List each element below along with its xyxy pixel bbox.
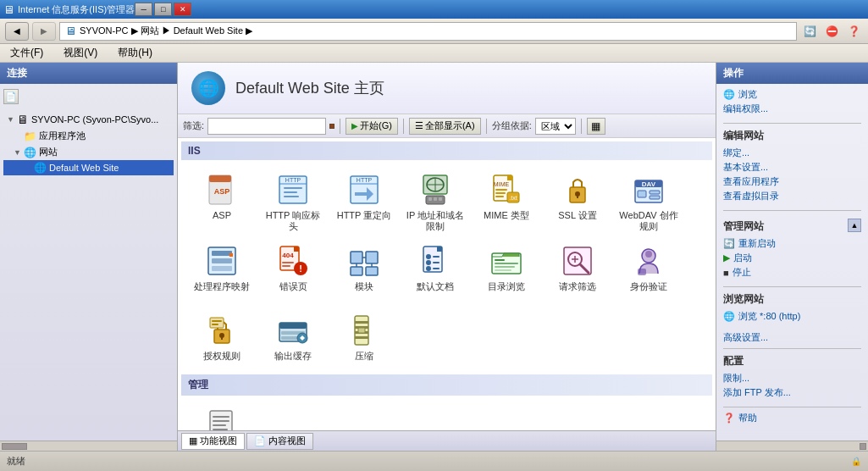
- view-toggle-button[interactable]: ▦: [587, 118, 605, 135]
- svg-rect-23: [495, 192, 506, 194]
- collapse-manage-button[interactable]: ▲: [848, 219, 861, 232]
- icon-directory-browsing[interactable]: 目录浏览: [473, 240, 540, 296]
- maximize-button[interactable]: □: [154, 3, 172, 16]
- sidebar-item-default-web-site[interactable]: 🌐 Default Web Site: [3, 160, 174, 175]
- icon-output-caching[interactable]: 输出缓存: [259, 309, 327, 366]
- start-link[interactable]: ▶ 启动: [723, 251, 861, 265]
- section-manage: 管理: [181, 374, 712, 396]
- icon-webdav[interactable]: DAV WebDAV 创作规则: [615, 169, 683, 236]
- browse-link[interactable]: 🌐 浏览: [723, 87, 861, 102]
- help-icon: ❓: [723, 413, 735, 424]
- icon-ssl[interactable]: SSL 设置: [544, 169, 611, 236]
- icon-http-redirect[interactable]: HTTP HTTP 重定向: [330, 169, 398, 236]
- icon-manage-doc[interactable]: [188, 404, 256, 430]
- edit-perms-link[interactable]: 编辑权限...: [723, 102, 861, 116]
- svg-rect-18: [434, 197, 437, 201]
- center-content: 🌐 Default Web Site 主页 筛选: ▶ 开始(G) ☰ 全部显示…: [178, 63, 716, 451]
- sidebar-item-apppool[interactable]: 📁 应用程序池: [3, 128, 174, 144]
- icons-area: IIS ASP ASP: [178, 138, 716, 430]
- icon-http-response-headers[interactable]: HTTP HTTP 响应标头: [259, 169, 327, 236]
- icon-ip-domain[interactable]: IP 地址和域名限制: [401, 169, 469, 236]
- help-link[interactable]: ❓ 帮助: [723, 411, 861, 425]
- auth-icon: [632, 244, 666, 278]
- address-right-icons: 🔄 ⛔ ❓: [800, 22, 863, 41]
- sidebar-scrollbar[interactable]: [0, 441, 177, 451]
- filter-input[interactable]: [207, 118, 326, 135]
- svg-rect-47: [366, 252, 378, 263]
- right-scrollbar[interactable]: [716, 441, 868, 451]
- stop-icon[interactable]: ⛔: [822, 22, 841, 41]
- close-button[interactable]: ✕: [174, 3, 191, 16]
- address-bar: ◀ ▶ 🖥 SYVON-PC ▶ 网站 ▶ Default Web Site ▶…: [0, 19, 868, 44]
- icon-mime[interactable]: MIME .txt MIME 类型: [473, 169, 540, 236]
- status-bar: 就绪 🔒: [0, 451, 868, 471]
- advanced-settings-link[interactable]: 高级设置...: [723, 330, 861, 345]
- icon-authentication[interactable]: 身份验证: [615, 240, 683, 296]
- svg-point-58: [426, 266, 431, 271]
- basic-settings-link[interactable]: 基本设置...: [723, 160, 861, 175]
- modules-icon: [347, 244, 381, 278]
- menu-help[interactable]: 帮助(H): [114, 44, 156, 62]
- browse-site-title: 浏览网站: [723, 292, 861, 307]
- start-icon: ▶: [351, 121, 358, 130]
- add-ftp-link[interactable]: 添加 FTP 发布...: [723, 385, 861, 400]
- icon-modules[interactable]: 模块: [330, 240, 398, 296]
- show-all-button[interactable]: ☰ 全部显示(A): [409, 118, 481, 135]
- menu-view[interactable]: 视图(V): [60, 44, 101, 62]
- http-response-icon: HTTP: [276, 173, 310, 207]
- svg-rect-29: [577, 194, 578, 198]
- content-view-icon: 📄: [254, 435, 266, 446]
- icon-request-filtering[interactable]: 请求筛选: [544, 240, 611, 296]
- view-app-link[interactable]: 查看应用程序: [723, 175, 861, 189]
- svg-rect-59: [433, 268, 440, 269]
- limit-link[interactable]: 限制...: [723, 371, 861, 385]
- config-title: 配置: [723, 354, 861, 368]
- menu-file[interactable]: 文件(F): [7, 44, 47, 62]
- bind-link[interactable]: 绑定...: [723, 146, 861, 160]
- right-section-browse-site: 浏览网站 🌐 浏览 *:80 (http): [723, 292, 861, 324]
- minimize-button[interactable]: ─: [135, 3, 152, 16]
- icon-error-pages[interactable]: 404 ! 错误页: [259, 240, 327, 296]
- icon-default-document[interactable]: 默认文档: [401, 240, 469, 296]
- forward-button[interactable]: ▶: [32, 22, 56, 41]
- right-section-browse: 🌐 浏览 编辑权限...: [723, 87, 861, 116]
- back-button[interactable]: ◀: [5, 22, 29, 41]
- svg-rect-82: [281, 336, 298, 340]
- svg-rect-77: [212, 320, 222, 322]
- svg-rect-43: [282, 265, 290, 267]
- restart-link[interactable]: 🔄 重新启动: [723, 236, 861, 251]
- icon-handler-mappings[interactable]: 处理程序映射: [188, 240, 256, 296]
- output-cache-icon: [276, 313, 310, 347]
- svg-rect-39: [212, 266, 232, 271]
- browse-80-link[interactable]: 🌐 浏览 *:80 (http): [723, 309, 861, 324]
- req-filter-icon: [561, 244, 594, 278]
- scrollbar-thumb[interactable]: [2, 443, 27, 450]
- stop-link[interactable]: ■ 停止: [723, 265, 861, 280]
- sidebar-item-sites[interactable]: ▼ 🌐 网站: [3, 144, 174, 160]
- expand-icon: ▼: [7, 115, 17, 124]
- svg-rect-1: [209, 175, 231, 182]
- svg-rect-48: [351, 267, 362, 275]
- icon-compression[interactable]: 压缩: [330, 309, 398, 366]
- groupby-select[interactable]: 区域: [535, 118, 576, 135]
- svg-rect-57: [433, 262, 440, 263]
- divider1: [723, 123, 861, 124]
- svg-rect-78: [212, 324, 218, 325]
- view-vdir-link[interactable]: 查看虚拟目录: [723, 189, 861, 203]
- svg-text:MIME: MIME: [494, 181, 510, 187]
- right-section-help: ❓ 帮助: [723, 411, 861, 425]
- refresh-icon[interactable]: 🔄: [800, 22, 819, 41]
- divider4: [723, 348, 861, 349]
- content-header: 🌐 Default Web Site 主页: [178, 63, 716, 114]
- icon-asp[interactable]: ASP ASP: [188, 169, 256, 236]
- sidebar-item-server[interactable]: ▼ 🖥 SYVON-PC (Syvon-PC\Syvo...: [3, 111, 174, 128]
- tab-content-view[interactable]: 📄 内容视图: [246, 433, 313, 450]
- help-icon[interactable]: ❓: [844, 22, 863, 41]
- tab-feature-view[interactable]: ▦ 功能视图: [181, 433, 245, 450]
- svg-rect-89: [358, 328, 365, 333]
- sidebar-new-btn[interactable]: 📄: [3, 89, 19, 104]
- right-section-manage-site: 管理网站 ▲ 🔄 重新启动 ▶ 启动 ■ 停止: [723, 214, 861, 280]
- icon-authorization-rules[interactable]: 授权规则: [188, 309, 256, 366]
- start-button[interactable]: ▶ 开始(G): [346, 118, 398, 135]
- svg-rect-49: [366, 267, 378, 275]
